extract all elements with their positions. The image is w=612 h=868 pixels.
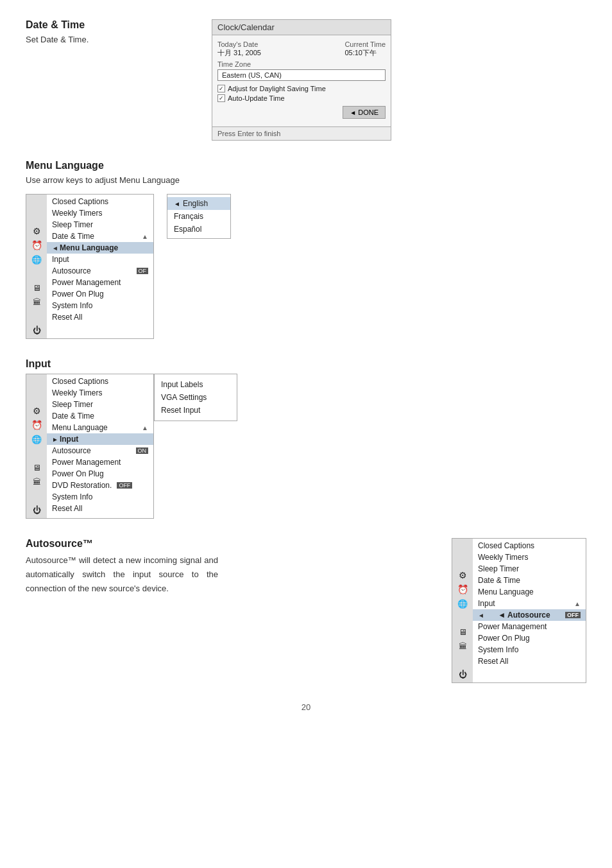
menu-item-closed-captions-3[interactable]: Closed Captions — [473, 540, 586, 551]
menu-item-system-info-2[interactable]: System Info — [47, 491, 153, 503]
lang-english[interactable]: English — [167, 197, 230, 210]
auto-update-checkbox[interactable] — [217, 94, 225, 102]
done-arrow-icon: ◄ — [350, 109, 356, 116]
autosource-badge-3: OFF — [565, 612, 581, 618]
language-panel: English Français Español — [167, 194, 231, 239]
date-col: Today's Date 十月 31, 2005 — [217, 40, 261, 58]
input-icons-col: ⚙ ⏰ 🌐 🖥 🏛 ⏻ — [26, 374, 47, 518]
scroll-up-2: ▲ — [142, 424, 148, 431]
dvd-badge: OFF — [117, 482, 132, 489]
menu-item-weekly-timers-3[interactable]: Weekly Timers — [473, 551, 586, 563]
menu-item-autosource-2[interactable]: Autosource ON — [47, 445, 153, 456]
menu-language-nav: ⚙ ⏰ 🌐 🖥 🏛 ⏻ Closed Captions Weekly Timer… — [26, 194, 154, 339]
input-arrow-icon: ► — [52, 436, 58, 443]
menu-item-input-active[interactable]: ► Input — [47, 433, 153, 445]
menu-language-items: Closed Captions Weekly Timers Sleep Time… — [47, 195, 153, 338]
today-date-value: 十月 31, 2005 — [217, 48, 261, 58]
menu-language-desc: Use arrow keys to adjust Menu Language — [26, 175, 586, 185]
menu-item-menu-lang-2[interactable]: Menu Language ▲ — [47, 422, 153, 433]
input-panels: ⚙ ⏰ 🌐 🖥 🏛 ⏻ Closed Captions Weekly Timer… — [26, 374, 586, 519]
menu-item-autosource-1[interactable]: Autosource OF — [47, 265, 153, 277]
page-number: 20 — [26, 702, 586, 712]
menu-item-power-mgmt-3[interactable]: Power Management — [473, 621, 586, 632]
daylight-label: Adjust for Daylight Saving Time — [228, 85, 326, 92]
input-items: Closed Captions Weekly Timers Sleep Time… — [47, 374, 153, 518]
today-date-label: Today's Date — [217, 40, 261, 48]
lang-espanol[interactable]: Español — [167, 223, 230, 236]
current-time-label: Current Time — [344, 40, 386, 48]
daylight-checkbox[interactable] — [217, 85, 225, 92]
menu-item-menu-lang-3[interactable]: Menu Language — [473, 586, 586, 598]
menu-item-weekly-timers-2[interactable]: Weekly Timers — [47, 387, 153, 399]
clock-panel: Clock/Calendar Today's Date 十月 31, 2005 … — [212, 19, 391, 141]
date-time-section: Date & Time Set Date & Time. Clock/Calen… — [26, 19, 586, 141]
menu-item-power-mgmt-2[interactable]: Power Management — [47, 456, 153, 468]
menu-item-autosource-active[interactable]: ◄ Autosource OFF — [473, 609, 586, 621]
menu-item-reset-all-3[interactable]: Reset All — [473, 655, 586, 667]
menu-item-sleep-timer-3[interactable]: Sleep Timer — [473, 563, 586, 575]
clock-panel-title: Clock/Calendar — [212, 20, 391, 35]
power-icon-2: ⏻ — [33, 503, 41, 517]
globe-icon-3: 🌐 — [457, 596, 468, 611]
menu-item-power-on-plug-3[interactable]: Power On Plug — [473, 632, 586, 644]
autosource-icons-col: ⚙ ⏰ 🌐 🖥 🏛 ⏻ — [452, 539, 473, 682]
clock-icon-2: ⏰ — [31, 418, 42, 432]
clock-icon-1: ⏰ — [31, 238, 42, 252]
menu-item-dvd-2[interactable]: DVD Restoration. OFF — [47, 480, 153, 491]
globe-icon-2: 🌐 — [31, 432, 42, 446]
menu-item-sleep-timer-1[interactable]: Sleep Timer — [47, 219, 153, 230]
autosource-badge-1: OF — [137, 268, 149, 274]
autosource-items: Closed Captions Weekly Timers Sleep Time… — [473, 539, 586, 682]
input-sub-vga[interactable]: VGA Settings — [155, 391, 237, 404]
done-label: DONE — [358, 108, 378, 116]
input-sub-labels[interactable]: Input Labels — [155, 378, 237, 391]
menu-item-system-info-1[interactable]: System Info — [47, 300, 153, 311]
autosource-section: Autosource™ Autosource™ will detect a ne… — [26, 538, 586, 683]
menu-item-power-on-plug-2[interactable]: Power On Plug — [47, 468, 153, 480]
menu-item-closed-captions-1[interactable]: Closed Captions — [47, 196, 153, 207]
date-time-text: Date & Time Set Date & Time. — [26, 19, 192, 53]
done-row: ◄ DONE — [217, 106, 386, 119]
timezone-value: Eastern (US, CAN) — [217, 69, 386, 81]
building-icon-1: 🏛 — [33, 295, 41, 309]
menu-item-input-1[interactable]: Input — [47, 254, 153, 265]
menu-item-sleep-timer-2[interactable]: Sleep Timer — [47, 399, 153, 410]
time-col: Current Time 05:10下午 — [344, 40, 386, 58]
menu-item-system-info-3[interactable]: System Info — [473, 644, 586, 655]
current-time-value: 05:10下午 — [344, 48, 386, 58]
clock-icon-3: ⏰ — [457, 582, 468, 596]
autosource-text-col: Autosource™ Autosource™ will detect a ne… — [26, 538, 218, 596]
input-nav: ⚙ ⏰ 🌐 🖥 🏛 ⏻ Closed Captions Weekly Timer… — [26, 374, 154, 519]
timezone-row: Time Zone Eastern (US, CAN) — [217, 60, 386, 81]
menu-icons-col: ⚙ ⏰ 🌐 🖥 🏛 ⏻ — [26, 195, 47, 338]
input-section: Input ⚙ ⏰ 🌐 🖥 🏛 ⏻ Closed Captions Weekly… — [26, 358, 586, 519]
menu-item-date-time-1[interactable]: Date & Time ▲ — [47, 230, 153, 242]
autosource-badge-2: ON — [136, 447, 149, 454]
screen-icon-1: 🖥 — [33, 281, 41, 295]
building-icon-2: 🏛 — [33, 474, 41, 489]
menu-item-power-on-plug-1[interactable]: Power On Plug — [47, 288, 153, 300]
input-title: Input — [26, 358, 586, 370]
menu-language-panels: ⚙ ⏰ 🌐 🖥 🏛 ⏻ Closed Captions Weekly Timer… — [26, 194, 586, 339]
lang-francais[interactable]: Français — [167, 210, 230, 223]
menu-item-closed-captions-2[interactable]: Closed Captions — [47, 376, 153, 387]
menu-item-reset-all-1[interactable]: Reset All — [47, 311, 153, 323]
menu-item-weekly-timers-1[interactable]: Weekly Timers — [47, 207, 153, 219]
timezone-label: Time Zone — [217, 60, 386, 68]
autosource-nav: ⚙ ⏰ 🌐 🖥 🏛 ⏻ Closed Captions Weekly Timer… — [452, 538, 586, 683]
done-button[interactable]: ◄ DONE — [343, 106, 386, 119]
menu-item-reset-all-2[interactable]: Reset All — [47, 503, 153, 514]
gear-icon-1: ⚙ — [33, 224, 41, 238]
input-sub-panel: Input Labels VGA Settings Reset Input — [154, 374, 237, 421]
menu-item-date-time-2[interactable]: Date & Time — [47, 410, 153, 422]
menu-item-power-mgmt-1[interactable]: Power Management — [47, 277, 153, 288]
power-icon-1: ⏻ — [33, 323, 41, 337]
menu-item-date-time-3[interactable]: Date & Time — [473, 575, 586, 586]
autosource-title: Autosource™ — [26, 538, 218, 550]
menu-item-menu-language-active[interactable]: Menu Language — [47, 242, 153, 254]
input-sub-reset[interactable]: Reset Input — [155, 404, 237, 417]
menu-item-input-3[interactable]: Input ▲ — [473, 598, 586, 609]
menu-language-title: Menu Language — [26, 160, 586, 171]
screen-icon-3: 🖥 — [459, 625, 467, 639]
clock-panel-body: Today's Date 十月 31, 2005 Current Time 05… — [212, 35, 391, 126]
